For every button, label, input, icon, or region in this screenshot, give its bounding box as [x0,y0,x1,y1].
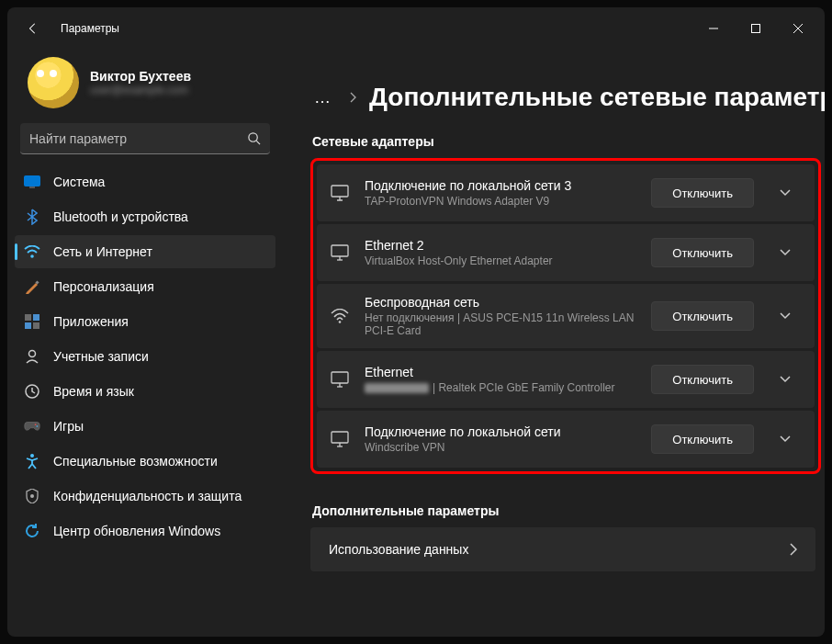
svg-rect-11 [33,314,39,321]
sidebar-item-system[interactable]: Система [15,165,275,198]
disable-button[interactable]: Отключить [651,424,754,454]
adapter-list-highlight: Подключение по локальной сети 3TAP-Proto… [310,158,821,474]
adapter-sub: Нет подключения | ASUS PCE-N15 11n Wirel… [365,311,636,337]
back-button[interactable] [18,14,48,43]
bluetooth-icon [24,209,40,225]
monitor-icon [330,244,350,261]
adapter-row[interactable]: Подключение по локальной сети 3TAP-Proto… [317,164,815,221]
svg-point-19 [30,494,34,498]
adapter-row[interactable]: Ethernet| Realtek PCIe GbE Family Contro… [317,351,815,408]
section-adapters-title: Сетевые адаптеры [312,134,825,149]
adapter-info: Беспроводная сетьНет подключения | ASUS … [365,295,636,337]
sidebar-item-label: Сеть и Интернет [53,244,152,259]
profile-email: user@example.com [90,84,191,96]
adapter-name: Подключение по локальной сети [365,424,636,439]
sidebar-item-label: Игры [53,419,84,434]
sidebar-item-label: Учетные записи [53,349,149,364]
maximize-button[interactable] [735,14,777,43]
adapter-name: Беспроводная сеть [365,295,636,310]
svg-rect-6 [25,176,40,186]
svg-rect-10 [25,314,31,321]
sidebar-item-label: Bluetooth и устройства [53,209,188,224]
svg-rect-23 [332,245,348,256]
page-header: … Дополнительные сетевые параметры [310,50,825,129]
sidebar-item-bluetooth[interactable]: Bluetooth и устройства [15,200,275,233]
sidebar-item-gaming[interactable]: Игры [15,410,275,443]
sidebar-item-personalization[interactable]: Персонализация [15,270,275,303]
disable-button[interactable]: Отключить [651,238,754,267]
chevron-right-icon [349,92,356,103]
gaming-icon [24,418,40,435]
svg-point-18 [30,454,34,458]
adapter-name: Ethernet [365,365,636,379]
svg-point-8 [30,254,34,258]
search-icon [247,131,261,145]
monitor-icon [330,371,350,388]
search-input[interactable] [29,131,247,146]
sidebar-item-accounts[interactable]: Учетные записи [15,340,275,373]
svg-rect-13 [33,322,39,329]
sidebar-item-accessibility[interactable]: Специальные возможности [15,445,275,478]
disable-button[interactable]: Отключить [651,301,754,331]
data-usage-label: Использование данных [329,542,468,557]
breadcrumb-overflow[interactable]: … [310,86,336,109]
adapter-name: Ethernet 2 [365,238,636,253]
svg-rect-12 [25,322,31,329]
sidebar-item-apps[interactable]: Приложения [15,305,275,338]
adapter-info: Подключение по локальной сети 3TAP-Proto… [365,178,636,208]
svg-point-26 [339,321,342,323]
expand-button[interactable] [769,249,802,256]
adapter-info: Ethernet| Realtek PCIe GbE Family Contro… [365,365,636,394]
personalization-icon [24,278,40,295]
sidebar: Виктор Бухтеев user@example.com СистемаB… [7,50,283,637]
privacy-icon [24,488,40,504]
sidebar-item-time[interactable]: Время и язык [15,375,275,408]
accessibility-icon [24,453,40,469]
expand-button[interactable] [769,376,802,383]
sidebar-item-label: Персонализация [53,279,154,294]
adapter-row[interactable]: Беспроводная сетьНет подключения | ASUS … [317,284,815,348]
adapter-sub: VirtualBox Host-Only Ethernet Adapter [365,254,636,267]
svg-point-14 [29,351,36,357]
avatar [28,57,79,108]
svg-rect-20 [332,186,348,197]
svg-rect-27 [332,372,348,383]
adapter-name: Подключение по локальной сети 3 [365,178,636,193]
adapter-info: Подключение по локальной сетиWindscribe … [365,424,636,454]
data-usage-row[interactable]: Использование данных [310,527,815,571]
adapter-sub: TAP-ProtonVPN Windows Adapter V9 [365,195,636,208]
content-area: … Дополнительные сетевые параметры Сетев… [283,50,825,637]
svg-point-17 [37,425,39,427]
sidebar-item-network[interactable]: Сеть и Интернет [15,235,275,268]
sidebar-item-label: Центр обновления Windows [53,524,220,538]
system-icon [24,174,40,190]
svg-rect-30 [332,432,348,443]
page-title: Дополнительные сетевые параметры [369,83,825,112]
svg-point-16 [35,424,37,425]
accounts-icon [24,348,40,365]
adapter-row[interactable]: Подключение по локальной сетиWindscribe … [317,411,815,468]
svg-rect-7 [29,186,35,188]
adapter-row[interactable]: Ethernet 2VirtualBox Host-Only Ethernet … [317,224,815,281]
wifi-icon [330,309,350,323]
minimize-button[interactable] [692,14,735,43]
adapter-info: Ethernet 2VirtualBox Host-Only Ethernet … [365,238,636,267]
sidebar-item-label: Конфиденциальность и защита [53,489,242,503]
sidebar-item-label: Система [53,175,105,189]
profile-block[interactable]: Виктор Бухтеев user@example.com [15,50,275,123]
search-box[interactable] [20,123,270,154]
network-icon [24,243,40,260]
nav-list: СистемаBluetooth и устройстваСеть и Инте… [15,165,275,548]
expand-button[interactable] [769,435,802,443]
time-icon [24,383,40,400]
expand-button[interactable] [769,312,802,320]
svg-line-5 [256,141,260,144]
disable-button[interactable]: Отключить [651,365,754,394]
disable-button[interactable]: Отключить [651,178,754,208]
section-more-title: Дополнительные параметры [312,503,815,518]
svg-point-4 [249,133,257,141]
sidebar-item-privacy[interactable]: Конфиденциальность и защита [15,480,275,513]
sidebar-item-update[interactable]: Центр обновления Windows [15,514,275,548]
close-button[interactable] [777,14,819,43]
expand-button[interactable] [769,189,802,197]
